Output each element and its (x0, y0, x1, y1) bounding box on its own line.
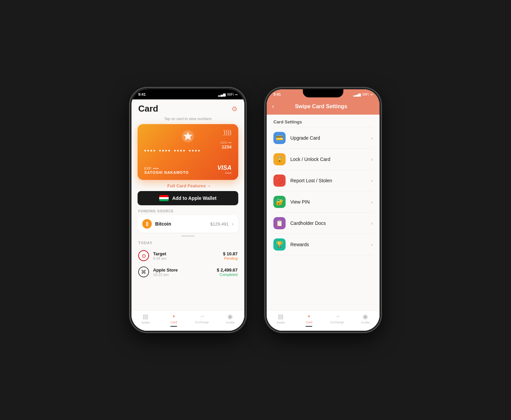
bottom-nav-2: ▤ Wallet ▪ Card → Exchange ◉ Profile (267, 310, 380, 331)
view-pin-icon: 🔐 (273, 196, 286, 208)
nav-exchange-2[interactable]: → Exchange (323, 313, 351, 327)
visa-logo: VISA Debit (217, 164, 232, 174)
card-number-row (144, 150, 232, 151)
exchange-nav-label-2: Exchange (331, 321, 344, 324)
apple-status: Completed (217, 273, 238, 277)
settings-upgrade-card[interactable]: 💳 Upgrade Card › (267, 127, 380, 148)
exchange-nav-icon: → (199, 313, 205, 320)
transaction-target: ⊙ Target 9:34 am $ 10.87 Pending (131, 248, 244, 264)
wifi-icon: WiFi (227, 93, 234, 96)
target-time: 9:34 am (153, 256, 219, 260)
today-label: TODAY (131, 239, 244, 248)
wallet-nav-icon: ▤ (143, 313, 148, 320)
apple-name: Apple Store (153, 267, 213, 273)
view-pin-label: View PIN (290, 199, 366, 205)
cardholder-docs-icon: 📋 (273, 217, 286, 229)
settings-icon[interactable]: ⚙ (232, 105, 238, 113)
profile-nav-icon: ◉ (227, 313, 233, 320)
nav-profile-1[interactable]: ◉ Profile (216, 313, 245, 327)
status-bar-1: 9:41 ▂▄▆ WiFi ▪▪ (131, 89, 244, 99)
signal-icon: ▂▄▆ (218, 93, 226, 96)
wallet-nav-label: Wallet (141, 321, 150, 324)
signal-icon-2: ▂▄▆ (353, 93, 361, 96)
transaction-apple: ⌘ Apple Store 10:22 am $ 2,499.67 Comple… (131, 264, 244, 280)
card-screen-title: Card (138, 103, 158, 114)
card-bottom-row: EXP: ••/•• SATOSHI NAKAMOTO VISA Debit (144, 164, 232, 174)
target-amount-col: $ 10.87 Pending (223, 251, 238, 260)
apple-wallet-button[interactable]: Add to Apple Wallet (138, 191, 238, 205)
bitcoin-icon: ₿ (142, 219, 152, 229)
exchange-nav-icon-2: → (334, 313, 340, 320)
card-dots-3 (174, 150, 185, 151)
card-name: SATOSHI NAKAMOTO (144, 170, 189, 174)
back-button[interactable]: ‹ (272, 103, 274, 110)
full-card-features-link[interactable]: Full Card Features › (131, 183, 244, 188)
lock-unlock-label: Lock / Unlock Card (290, 157, 366, 162)
settings-lock-unlock[interactable]: 🔒 Lock / Unlock Card › (267, 149, 380, 170)
transaction-target-info: Target 9:34 am (153, 251, 219, 260)
rewards-chevron: › (371, 242, 373, 247)
lock-unlock-chevron: › (371, 157, 373, 162)
card-dots-4 (189, 150, 200, 151)
card-nav-label-2: Card (306, 321, 312, 324)
divider-pill (181, 235, 195, 237)
nav-card-2[interactable]: ▪ Card (295, 313, 323, 327)
settings-screen-title: Swipe Card Settings (277, 103, 365, 110)
card-dots-1 (144, 150, 155, 151)
apple-amount-col: $ 2,499.67 Completed (217, 267, 238, 277)
transaction-apple-info: Apple Store 10:22 am (153, 267, 213, 277)
upgrade-card-chevron: › (371, 135, 373, 141)
funding-source-row[interactable]: ₿ Bitcoin $129.491 › (138, 215, 238, 233)
notch-2 (303, 89, 343, 97)
upgrade-card-label: Upgrade Card (290, 135, 366, 141)
status-time-2: 9:41 (273, 92, 281, 96)
status-bar-2: 9:41 ▂▄▆ WiFi ▪▪ (267, 89, 380, 99)
funding-source-label: FUNDING SOURCE (131, 209, 244, 215)
card-dots-2 (159, 150, 170, 151)
exchange-nav-label: Exchange (195, 321, 209, 324)
card-nav-icon-2: ▪ (308, 313, 310, 320)
divider-area (131, 233, 244, 239)
lock-unlock-icon: 🔒 (273, 153, 286, 165)
nav-wallet-1[interactable]: ▤ Wallet (131, 313, 160, 327)
phone-settings-screen: 9:41 ▂▄▆ WiFi ▪▪ ‹ Swipe Card Settings C… (266, 88, 381, 332)
bitcoin-amount: $129.491 (210, 221, 228, 227)
status-icons-2: ▂▄▆ WiFi ▪▪ (353, 93, 373, 96)
settings-rewards[interactable]: 🏆 Rewards › (267, 234, 380, 255)
profile-nav-label-2: Profile (361, 321, 370, 324)
nav-active-indicator (170, 326, 177, 327)
upgrade-card-icon: 💳 (273, 132, 286, 144)
cardholder-docs-chevron: › (371, 220, 373, 226)
nav-wallet-2[interactable]: ▤ Wallet (267, 313, 295, 327)
profile-nav-label: Profile (226, 321, 235, 324)
tap-hint: Tap on card to view numbers (131, 117, 244, 121)
nav-card-1[interactable]: ▪ Card (160, 313, 188, 327)
contactless-icon: )))) (223, 129, 232, 136)
bitcoin-label: Bitcoin (155, 221, 207, 227)
apple-time: 10:22 am (153, 273, 213, 277)
report-lost-icon: 🚫 (273, 174, 286, 187)
view-pin-chevron: › (371, 199, 373, 205)
card-screen-content: Card ⚙ Tap on card to view numbers )))) (131, 99, 244, 331)
card-nav-icon: ▪ (173, 313, 175, 320)
settings-report-lost[interactable]: 🚫 Report Lost / Stolen › (267, 170, 380, 191)
funding-chevron: › (232, 221, 234, 227)
apple-icon: ⌘ (138, 266, 149, 277)
rewards-icon: 🏆 (273, 238, 286, 251)
cvv-display: CVV: ••• 1234 (220, 141, 232, 149)
wallet-nav-icon-2: ▤ (278, 313, 284, 320)
wifi-icon-2: WiFi (362, 93, 369, 96)
settings-cardholder-docs[interactable]: 📋 Cardholder Docs › (267, 213, 380, 234)
cvv-value: 1234 (220, 144, 232, 149)
credit-card[interactable]: )))) CVV: ••• 1234 (138, 124, 238, 180)
nav-exchange-1[interactable]: → Exchange (188, 313, 216, 327)
apple-amount: $ 2,499.67 (217, 267, 238, 273)
notch-1 (168, 89, 208, 97)
status-time-1: 9:41 (138, 92, 146, 96)
nav-profile-2[interactable]: ◉ Profile (351, 313, 380, 327)
phone-card-screen: 9:41 ▂▄▆ WiFi ▪▪ Card ⚙ Tap on card to v… (130, 88, 245, 332)
card-nav-label: Card (170, 321, 177, 324)
card-logo-icon (180, 129, 195, 144)
settings-view-pin[interactable]: 🔐 View PIN › (267, 191, 380, 212)
card-screen-header: Card ⚙ (131, 99, 244, 117)
